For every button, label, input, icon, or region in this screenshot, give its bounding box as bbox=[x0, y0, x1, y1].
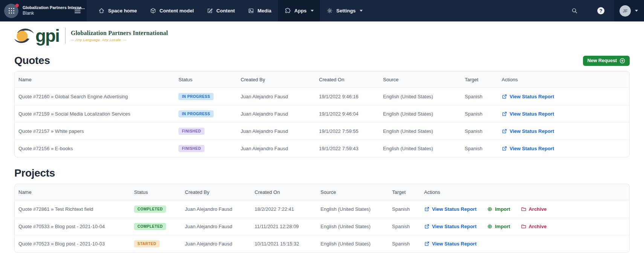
globe-icon bbox=[487, 206, 493, 212]
import-link[interactable]: Import bbox=[487, 224, 510, 229]
topbar-right-section: ? JF bbox=[562, 0, 644, 21]
project-name: Quote #70533 » Blog post - 2021-10-04 bbox=[15, 224, 130, 229]
quotes-title: Quotes bbox=[14, 55, 50, 67]
action-label: View Status Report bbox=[510, 111, 554, 117]
created-on: 10/11/2021 15:15:32 bbox=[251, 241, 317, 247]
quotes-section-header: Quotes New Request bbox=[14, 55, 630, 67]
source-language: English (United States) bbox=[379, 146, 461, 151]
projects-section-header: Projects bbox=[14, 167, 630, 179]
nav-item-space-home[interactable]: Space home bbox=[92, 0, 143, 21]
search-button[interactable] bbox=[562, 0, 588, 21]
gpi-swoosh-icon bbox=[14, 26, 35, 46]
media-icon bbox=[248, 8, 254, 14]
created-on: 19/1/2022 9:46:04 bbox=[315, 111, 379, 117]
plugin-content: Quotes New Request Name Status Created B… bbox=[0, 55, 644, 253]
created-on: 19/1/2022 9:46:16 bbox=[315, 94, 379, 99]
created-by: Juan Alejandro Fausd bbox=[237, 128, 315, 134]
search-icon bbox=[571, 8, 578, 14]
help-button[interactable]: ? bbox=[588, 0, 614, 21]
created-on: 19/1/2022 7:59:43 bbox=[315, 146, 379, 151]
column-header-source: Source bbox=[379, 77, 461, 82]
nav-item-media[interactable]: Media bbox=[241, 0, 278, 21]
puzzle-icon bbox=[284, 8, 291, 14]
table-row: Quote #72156 » E-books FINISHED Juan Ale… bbox=[15, 140, 629, 157]
quote-name: Quote #72157 » White papers bbox=[15, 128, 175, 134]
space-name: Globalization Partners Interna... bbox=[23, 5, 69, 11]
view-status-report-link[interactable]: View Status Report bbox=[502, 94, 554, 99]
projects-table-header: Name Status Created By Created On Source… bbox=[15, 184, 629, 200]
nav-item-content-model[interactable]: Content model bbox=[143, 0, 200, 21]
account-menu[interactable]: JF bbox=[614, 0, 644, 21]
target-language: Spanish bbox=[388, 241, 420, 247]
space-switcher-section: Globalization Partners Interna... Blank bbox=[0, 0, 87, 21]
column-header-target: Target bbox=[388, 189, 420, 195]
new-request-button[interactable]: New Request bbox=[583, 56, 630, 66]
menu-icon[interactable] bbox=[73, 7, 82, 15]
view-status-report-link[interactable]: View Status Report bbox=[424, 224, 476, 229]
created-by: Juan Alejandro Fausd bbox=[181, 224, 251, 229]
view-status-report-link[interactable]: View Status Report bbox=[502, 111, 554, 117]
action-label: View Status Report bbox=[510, 146, 554, 151]
grid-dots-icon bbox=[8, 8, 15, 14]
main-nav: Space home Content model Content Media A… bbox=[92, 0, 369, 21]
table-row: Quote #72159 » Social Media Localization… bbox=[15, 105, 629, 122]
column-header-created-on: Created On bbox=[315, 77, 379, 82]
source-language: English (United States) bbox=[317, 206, 388, 212]
brand-divider bbox=[65, 28, 66, 44]
brand-text: Globalization Partners International — A… bbox=[71, 30, 168, 42]
created-by: Juan Alejandro Fausd bbox=[237, 146, 315, 151]
archive-link[interactable]: Archive bbox=[521, 206, 547, 212]
gear-icon bbox=[327, 8, 333, 14]
folder-icon bbox=[521, 224, 526, 229]
view-status-report-link[interactable]: View Status Report bbox=[502, 128, 554, 134]
nav-label: Apps bbox=[295, 8, 307, 14]
target-language: Spanish bbox=[461, 94, 498, 99]
nav-item-settings[interactable]: Settings bbox=[320, 0, 369, 21]
quote-name: Quote #72160 » Global Search Engine Adve… bbox=[15, 94, 175, 99]
view-status-report-link[interactable]: View Status Report bbox=[424, 241, 476, 247]
status-badge: FINISHED bbox=[179, 145, 204, 152]
import-link[interactable]: Import bbox=[487, 206, 510, 212]
external-link-icon bbox=[502, 111, 507, 117]
status-badge: COMPLETED bbox=[134, 223, 166, 230]
table-row: Quote #72157 » White papers FINISHED Jua… bbox=[15, 122, 629, 140]
quotes-table: Name Status Created By Created On Source… bbox=[14, 71, 630, 157]
status-badge: FINISHED bbox=[179, 128, 204, 135]
target-language: Spanish bbox=[388, 224, 420, 229]
external-link-icon bbox=[502, 128, 507, 134]
quotes-table-body: Quote #72160 » Global Search Engine Adve… bbox=[15, 88, 629, 157]
nav-item-content[interactable]: Content bbox=[200, 0, 241, 21]
app-switcher-button[interactable] bbox=[4, 4, 18, 18]
quote-name: Quote #72156 » E-books bbox=[15, 146, 175, 151]
environment-name: Blank bbox=[23, 11, 69, 16]
column-header-created-by: Created By bbox=[237, 77, 315, 82]
status-badge: COMPLETED bbox=[134, 206, 166, 213]
nav-label: Content model bbox=[160, 8, 194, 14]
avatar: JF bbox=[620, 5, 631, 17]
archive-link[interactable]: Archive bbox=[521, 224, 547, 229]
action-label: Archive bbox=[529, 224, 547, 229]
target-language: Spanish bbox=[461, 146, 498, 151]
action-label: Import bbox=[495, 206, 510, 212]
created-on: 11/11/2021 12:28:09 bbox=[251, 224, 317, 229]
projects-table: Name Status Created By Created On Source… bbox=[14, 184, 630, 253]
chevron-down-icon bbox=[311, 10, 314, 12]
space-info[interactable]: Globalization Partners Interna... Blank bbox=[23, 5, 69, 16]
source-language: English (United States) bbox=[317, 224, 388, 229]
view-status-report-link[interactable]: View Status Report bbox=[424, 206, 476, 212]
nav-item-apps[interactable]: Apps bbox=[278, 0, 320, 21]
source-language: English (United States) bbox=[379, 111, 461, 117]
column-header-name: Name bbox=[15, 189, 130, 195]
quotes-table-header: Name Status Created By Created On Source… bbox=[15, 72, 629, 88]
table-row: Quote #70523 » Blog post - 2021-10-03 ST… bbox=[15, 235, 629, 252]
view-status-report-link[interactable]: View Status Report bbox=[502, 146, 554, 151]
table-row: Quote #70533 » Blog post - 2021-10-04 CO… bbox=[15, 218, 629, 235]
created-on: 18/2/2022 7:22:41 bbox=[251, 206, 317, 212]
nav-label: Space home bbox=[108, 8, 137, 14]
compose-icon bbox=[207, 8, 213, 14]
folder-icon bbox=[521, 206, 526, 212]
created-by: Juan Alejandro Fausd bbox=[181, 241, 251, 247]
action-label: View Status Report bbox=[432, 241, 476, 247]
brand-tagline: — Any Language. Any Locale. — bbox=[71, 38, 168, 42]
content-model-icon bbox=[150, 8, 156, 14]
